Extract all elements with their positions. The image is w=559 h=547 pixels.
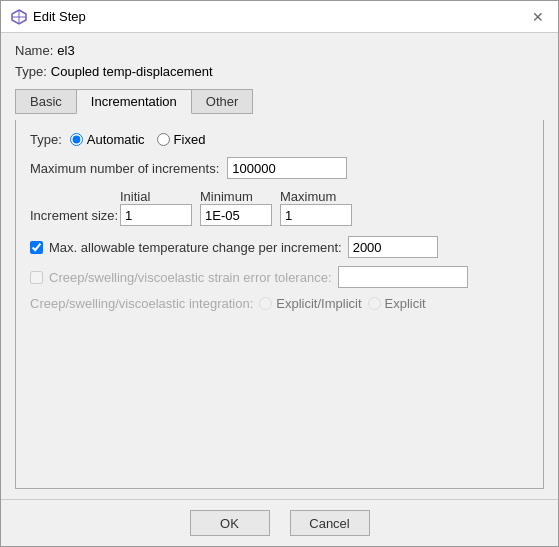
ok-button[interactable]: OK — [190, 510, 270, 536]
name-label: Name: — [15, 43, 53, 58]
title-bar-left: Edit Step — [11, 9, 86, 25]
max-temp-checkbox[interactable] — [30, 241, 43, 254]
initial-input[interactable] — [120, 204, 192, 226]
cancel-button[interactable]: Cancel — [290, 510, 370, 536]
dialog-body: Name: el3 Type: Coupled temp-displacemen… — [1, 33, 558, 499]
max-temp-label: Max. allowable temperature change per in… — [49, 240, 342, 255]
creep-tolerance-label: Creep/swelling/viscoelastic strain error… — [49, 270, 332, 285]
max-temp-input[interactable] — [348, 236, 438, 258]
max-increments-row: Maximum number of increments: — [30, 157, 529, 179]
title-bar: Edit Step ✕ — [1, 1, 558, 33]
explicit-option: Explicit — [368, 296, 426, 311]
explicit-implicit-label: Explicit/Implicit — [276, 296, 361, 311]
name-row: Name: el3 — [15, 43, 544, 58]
tab-other[interactable]: Other — [191, 89, 254, 114]
type-row: Type: Coupled temp-displacement — [15, 64, 544, 79]
initial-header: Initial — [120, 189, 200, 204]
max-increments-label: Maximum number of increments: — [30, 161, 219, 176]
tab-incrementation[interactable]: Incrementation — [76, 89, 192, 114]
explicit-implicit-radio — [259, 297, 272, 310]
creep-integration-label: Creep/swelling/viscoelastic integration: — [30, 296, 253, 311]
type-form-row: Type: Automatic Fixed — [30, 132, 529, 147]
fixed-option[interactable]: Fixed — [157, 132, 206, 147]
creep-tolerance-input — [338, 266, 468, 288]
type-label: Type: — [15, 64, 47, 79]
edit-step-dialog: Edit Step ✕ Name: el3 Type: Coupled temp… — [0, 0, 559, 547]
close-button[interactable]: ✕ — [528, 7, 548, 27]
creep-tolerance-checkbox[interactable] — [30, 271, 43, 284]
type-value: Coupled temp-displacement — [51, 64, 213, 79]
increment-table: Initial Minimum Maximum Increment size: — [30, 189, 529, 226]
automatic-radio[interactable] — [70, 133, 83, 146]
fixed-label: Fixed — [174, 132, 206, 147]
minimum-header: Minimum — [200, 189, 280, 204]
max-temp-row: Max. allowable temperature change per in… — [30, 236, 529, 258]
increment-values: Increment size: — [30, 204, 529, 226]
explicit-label: Explicit — [385, 296, 426, 311]
dialog-footer: OK Cancel — [1, 499, 558, 546]
creep-integration-row: Creep/swelling/viscoelastic integration:… — [30, 296, 529, 311]
max-increments-input[interactable] — [227, 157, 347, 179]
explicit-radio — [368, 297, 381, 310]
automatic-option[interactable]: Automatic — [70, 132, 145, 147]
type-form-label: Type: — [30, 132, 62, 147]
maximum-header: Maximum — [280, 189, 360, 204]
automatic-label: Automatic — [87, 132, 145, 147]
creep-tolerance-row: Creep/swelling/viscoelastic strain error… — [30, 266, 529, 288]
tab-bar: Basic Incrementation Other — [15, 89, 544, 114]
dialog-title: Edit Step — [33, 9, 86, 24]
explicit-implicit-option: Explicit/Implicit — [259, 296, 361, 311]
increment-headers: Initial Minimum Maximum — [120, 189, 529, 204]
increment-size-label: Increment size: — [30, 208, 120, 223]
dialog-icon — [11, 9, 27, 25]
name-value: el3 — [57, 43, 74, 58]
incrementation-tab-content: Type: Automatic Fixed Maximum number of … — [15, 120, 544, 489]
tab-basic[interactable]: Basic — [15, 89, 77, 114]
maximum-input[interactable] — [280, 204, 352, 226]
type-radio-group: Automatic Fixed — [70, 132, 206, 147]
fixed-radio[interactable] — [157, 133, 170, 146]
minimum-input[interactable] — [200, 204, 272, 226]
